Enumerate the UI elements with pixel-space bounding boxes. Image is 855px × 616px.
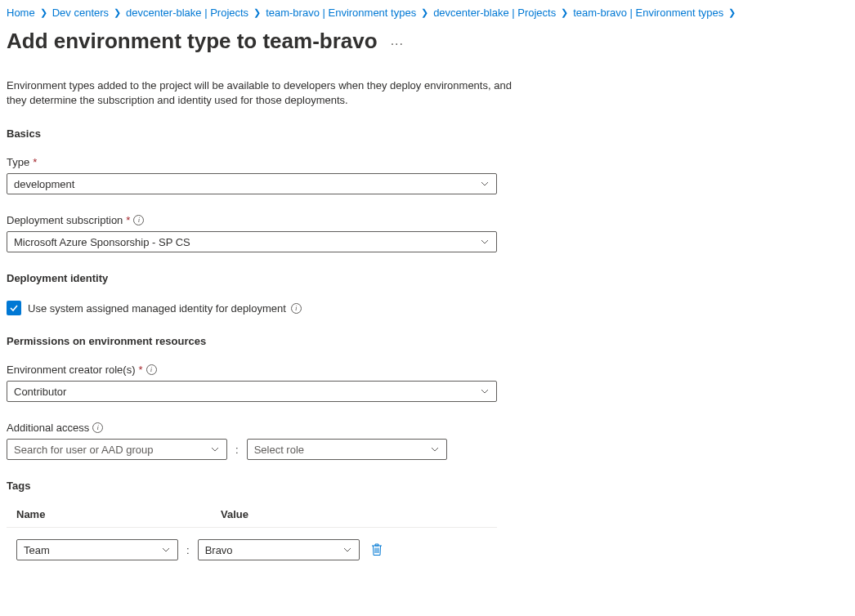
- breadcrumb: Home ❯ Dev centers ❯ devcenter-blake | P…: [7, 7, 848, 19]
- chevron-down-icon: [342, 545, 352, 555]
- field-additional-access: Additional access i Search for user or A…: [7, 422, 848, 460]
- breadcrumb-link-team-envtypes-2[interactable]: team-bravo | Environment types: [573, 7, 723, 19]
- tags-col-value: Value: [221, 508, 248, 520]
- chevron-right-icon: ❯: [112, 7, 123, 18]
- type-label-text: Type: [7, 156, 29, 168]
- creator-role-label: Environment creator role(s) * i: [7, 364, 848, 376]
- chevron-right-icon: ❯: [559, 7, 570, 18]
- tags-col-name: Name: [16, 508, 221, 520]
- page-description: Environment types added to the project w…: [7, 78, 530, 108]
- page-title-row: Add environment type to team-bravo ···: [7, 29, 848, 54]
- chevron-right-icon: ❯: [419, 7, 430, 18]
- additional-access-label: Additional access i: [7, 422, 848, 434]
- tag-value-input[interactable]: Bravo: [198, 539, 360, 560]
- separator-colon: :: [186, 544, 190, 556]
- field-creator-role: Environment creator role(s) * i Contribu…: [7, 364, 848, 402]
- type-select[interactable]: development: [7, 173, 497, 194]
- type-label: Type *: [7, 156, 848, 168]
- identity-checkbox-label-text: Use system assigned managed identity for…: [28, 302, 286, 315]
- breadcrumb-link-devcenter-projects[interactable]: devcenter-blake | Projects: [126, 7, 248, 19]
- section-basics-heading: Basics: [7, 127, 848, 140]
- additional-access-label-text: Additional access: [7, 422, 89, 434]
- separator-colon: :: [235, 444, 239, 456]
- section-permissions-heading: Permissions on environment resources: [7, 335, 848, 347]
- info-icon[interactable]: i: [133, 215, 144, 225]
- subscription-select[interactable]: Microsoft Azure Sponsorship - SP CS: [7, 231, 497, 252]
- subscription-label: Deployment subscription * i: [7, 214, 848, 226]
- role-select-placeholder: Select role: [254, 444, 304, 456]
- info-icon[interactable]: i: [291, 303, 302, 314]
- creator-role-select[interactable]: Contributor: [7, 381, 497, 402]
- required-indicator: *: [139, 364, 143, 376]
- field-subscription: Deployment subscription * i Microsoft Az…: [7, 214, 848, 252]
- section-identity-heading: Deployment identity: [7, 272, 848, 284]
- chevron-right-icon: ❯: [38, 7, 49, 18]
- required-indicator: *: [126, 214, 130, 226]
- chevron-down-icon: [210, 444, 220, 454]
- identity-checkbox[interactable]: [7, 301, 21, 315]
- section-tags-heading: Tags: [7, 480, 848, 492]
- chevron-down-icon: [480, 386, 490, 396]
- tag-name-input[interactable]: Team: [16, 539, 178, 560]
- type-select-value: development: [14, 178, 74, 190]
- role-select[interactable]: Select role: [247, 439, 447, 460]
- subscription-label-text: Deployment subscription: [7, 214, 123, 226]
- creator-role-select-value: Contributor: [14, 386, 66, 398]
- user-search-placeholder: Search for user or AAD group: [14, 444, 154, 456]
- field-type: Type * development: [7, 156, 848, 194]
- tag-name-value: Team: [24, 544, 50, 556]
- delete-tag-button[interactable]: [368, 540, 386, 560]
- page-title: Add environment type to team-bravo: [7, 29, 378, 54]
- tags-header-row: Name Value: [7, 508, 497, 528]
- chevron-down-icon: [480, 237, 490, 247]
- user-search-combobox[interactable]: Search for user or AAD group: [7, 439, 227, 460]
- info-icon[interactable]: i: [92, 422, 103, 433]
- additional-access-row: Search for user or AAD group : Select ro…: [7, 439, 848, 460]
- breadcrumb-link-devcenters[interactable]: Dev centers: [52, 7, 109, 19]
- breadcrumb-link-home[interactable]: Home: [7, 7, 35, 19]
- creator-role-label-text: Environment creator role(s): [7, 364, 136, 376]
- tag-row: Team : Bravo: [7, 539, 497, 560]
- chevron-down-icon: [161, 545, 171, 555]
- tag-value-value: Bravo: [205, 544, 233, 556]
- breadcrumb-link-devcenter-projects-2[interactable]: devcenter-blake | Projects: [433, 7, 556, 19]
- chevron-right-icon: ❯: [252, 7, 262, 18]
- tags-table: Name Value Team : Bravo: [7, 508, 497, 560]
- chevron-right-icon: ❯: [727, 7, 737, 18]
- chevron-down-icon: [480, 179, 490, 189]
- subscription-select-value: Microsoft Azure Sponsorship - SP CS: [14, 236, 190, 248]
- required-indicator: *: [33, 156, 37, 168]
- identity-checkbox-label: Use system assigned managed identity for…: [28, 302, 302, 315]
- more-icon[interactable]: ···: [391, 32, 404, 51]
- info-icon[interactable]: i: [146, 364, 157, 375]
- chevron-down-icon: [430, 444, 440, 454]
- identity-checkbox-row: Use system assigned managed identity for…: [7, 301, 848, 315]
- breadcrumb-link-team-envtypes[interactable]: team-bravo | Environment types: [266, 7, 416, 19]
